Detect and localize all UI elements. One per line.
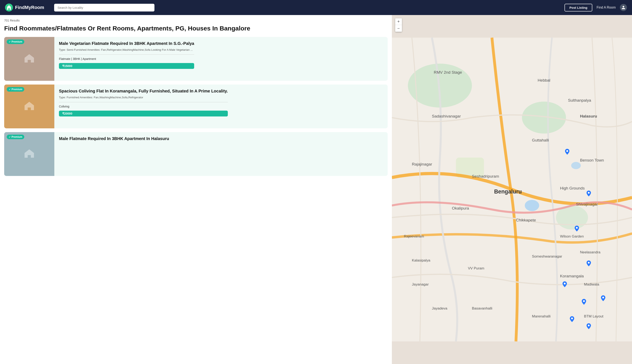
- svg-text:Halasuru: Halasuru: [580, 114, 597, 118]
- left-panel: 701 Results Find Roommates/Flatmates Or …: [0, 15, 392, 364]
- price-badge: ₹20000: [59, 110, 228, 116]
- zoom-out-button[interactable]: −: [395, 25, 402, 32]
- svg-text:Marenahalli: Marenahalli: [532, 314, 550, 318]
- price-badge: ₹15000: [59, 63, 194, 69]
- logo[interactable]: FindMyRoom: [5, 4, 44, 12]
- zoom-in-button[interactable]: +: [395, 18, 402, 25]
- card-divider: [59, 102, 228, 102]
- card-meta: Coliving: [59, 105, 228, 108]
- card-content: Male Vegetarian Flatmate Required In 3BH…: [54, 37, 199, 81]
- search-bar-container: [54, 4, 154, 12]
- svg-text:Someshwaranagar: Someshwaranagar: [532, 254, 562, 258]
- card-title: Spacious Coliving Flat In Koramangala, F…: [59, 88, 228, 94]
- svg-text:Benson Town: Benson Town: [580, 158, 604, 162]
- premium-badge: ✓ Premium: [7, 40, 24, 44]
- map-panel: Bengaluru RMV 2nd Stage Hebbal Sadashiva…: [392, 15, 632, 364]
- svg-text:Hebbal: Hebbal: [538, 78, 550, 82]
- card-content: Male Flatmate Required In 3BHK Apartment…: [54, 132, 174, 176]
- svg-text:Chikkapete: Chikkapete: [516, 218, 536, 222]
- page-heading: Find Roommates/Flatmates Or Rent Rooms, …: [4, 24, 388, 32]
- svg-text:Neelasandra: Neelasandra: [580, 250, 600, 254]
- map-container: Bengaluru RMV 2nd Stage Hebbal Sadashiva…: [392, 15, 632, 364]
- find-room-link[interactable]: Find A Room: [596, 6, 616, 10]
- nav-right: Post Listing Find A Room: [564, 4, 627, 12]
- map-svg: Bengaluru RMV 2nd Stage Hebbal Sadashiva…: [392, 15, 632, 364]
- premium-badge: ✓ Premium: [7, 134, 24, 139]
- svg-point-33: [525, 200, 539, 211]
- check-icon: ✓: [9, 40, 11, 43]
- card-content: Spacious Coliving Flat In Koramangala, F…: [54, 84, 233, 128]
- svg-text:High Grounds: High Grounds: [560, 186, 584, 190]
- svg-point-3: [522, 102, 566, 134]
- logo-icon: [5, 4, 13, 12]
- card-divider: [59, 54, 194, 55]
- navbar: FindMyRoom Post Listing Find A Room: [0, 0, 632, 15]
- listing-card[interactable]: ✓ Premium Male Flatmate Required In 3BHK…: [4, 132, 388, 176]
- search-input[interactable]: [54, 4, 154, 12]
- card-image-wrap: ✓ Premium: [4, 84, 54, 128]
- card-meta: Flatmate | 3BHK | Apartment: [59, 57, 194, 60]
- card-description: Type: Furnished Amenities: Fan,WashingMa…: [59, 96, 228, 100]
- main-layout: 701 Results Find Roommates/Flatmates Or …: [0, 15, 632, 364]
- card-description: Type: Semi-Furnished Amenities: Fan,Refr…: [59, 48, 194, 52]
- svg-text:Jayanagar: Jayanagar: [412, 282, 429, 286]
- svg-text:Sadashivanagar: Sadashivanagar: [432, 114, 461, 118]
- svg-text:Rajajinagar: Rajajinagar: [412, 162, 432, 166]
- user-icon: [621, 6, 625, 10]
- svg-text:Kalasipalya: Kalasipalya: [412, 258, 430, 262]
- svg-text:Rajeevanam: Rajeevanam: [404, 234, 424, 238]
- svg-text:Basavanhalli: Basavanhalli: [472, 306, 492, 310]
- svg-text:Sulthanpalya: Sulthanpalya: [568, 98, 591, 102]
- listing-card[interactable]: ✓ Premium Spacious Coliving Flat In Kora…: [4, 84, 388, 128]
- user-avatar[interactable]: [620, 4, 627, 11]
- svg-text:Bengaluru: Bengaluru: [494, 188, 522, 195]
- map-controls: + −: [395, 18, 402, 32]
- svg-text:RMV 2nd Stage: RMV 2nd Stage: [434, 70, 462, 74]
- check-icon: ✓: [9, 136, 11, 138]
- premium-badge: ✓ Premium: [7, 87, 24, 92]
- svg-text:Jayadeva: Jayadeva: [432, 306, 447, 310]
- svg-text:Guttahalli: Guttahalli: [532, 138, 549, 142]
- svg-text:Madiwala: Madiwala: [584, 282, 599, 286]
- svg-text:Shivajinagar: Shivajinagar: [576, 202, 598, 206]
- check-icon: ✓: [9, 88, 11, 91]
- card-title: Male Vegetarian Flatmate Required In 3BH…: [59, 41, 194, 46]
- results-count: 701 Results: [4, 19, 388, 22]
- post-listing-button[interactable]: Post Listing: [564, 4, 592, 12]
- svg-text:BTM Layout: BTM Layout: [584, 314, 603, 318]
- card-title: Male Flatmate Required In 3BHK Apartment…: [59, 136, 169, 141]
- svg-text:Okalipura: Okalipura: [452, 206, 469, 210]
- listings-container: ✓ Premium Male Vegetarian Flatmate Requi…: [4, 37, 388, 176]
- svg-text:Wilson Garden: Wilson Garden: [560, 234, 584, 238]
- svg-point-34: [571, 162, 581, 169]
- svg-text:Seshadripuram: Seshadripuram: [472, 174, 499, 178]
- svg-text:VV Puram: VV Puram: [468, 266, 484, 270]
- svg-text:Koramangala: Koramangala: [560, 274, 584, 278]
- card-image-wrap: ✓ Premium: [4, 37, 54, 81]
- logo-text: FindMyRoom: [15, 5, 44, 10]
- card-image-wrap: ✓ Premium: [4, 132, 54, 176]
- listing-card[interactable]: ✓ Premium Male Vegetarian Flatmate Requi…: [4, 37, 388, 81]
